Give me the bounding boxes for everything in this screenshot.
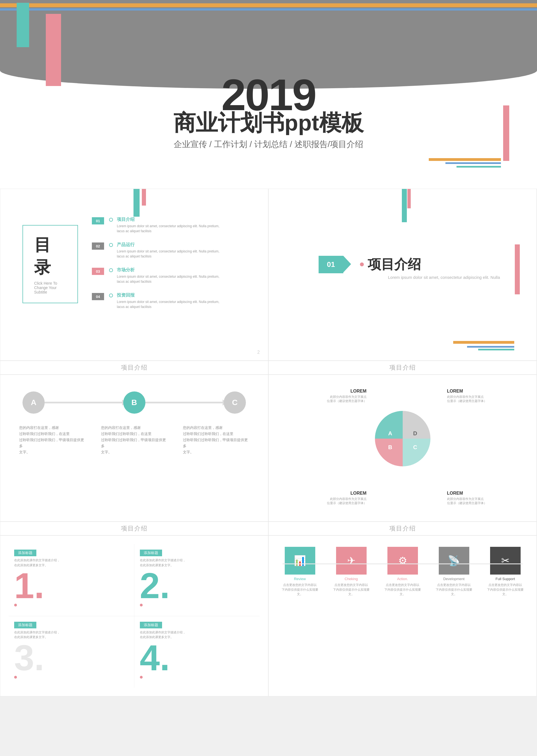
icon-box-action: ⚙ — [388, 547, 418, 575]
rect-teal — [17, 3, 29, 47]
number-dot-3 — [14, 676, 17, 679]
icon-desc-action: 点击更改您的文字内容以下内容仅供提示什么实现要文。 — [384, 582, 421, 596]
number-big-1: 1. — [14, 568, 44, 604]
icon-desc-cheking: 点击更改您的文字内容以下内容仅供提示什么实现要文。 — [333, 582, 370, 596]
toc-num-4: 04 — [92, 293, 104, 300]
cover-subtitle: 企业宣传 / 工作计划 / 计划总结 / 述职报告/项目介绍 — [174, 139, 363, 150]
pie-label-bottom-left: LOREM 此部分内容容作为文字展点位显示（建议使用主题字体） — [322, 491, 367, 505]
icon-label-action: Action. — [397, 577, 408, 581]
toc-item-2: 02 产品运行 Lorem ipsum dolor sit amet, cons… — [92, 242, 253, 259]
toc-item-title-1: 项目介绍 — [117, 217, 220, 222]
toc-title: 目录 — [34, 234, 66, 279]
toc-items: 01 项目介绍 Lorem ipsum dolor sit amet, cons… — [92, 217, 253, 318]
toc-dot-1 — [109, 218, 113, 222]
deco-bottom-blue — [467, 346, 514, 348]
number-card-1: 添加标题 在此添加此课作的文字描述介绍，在此添加此课更多文字。 1. — [9, 544, 134, 616]
pie-label-bottom-right: LOREM 此部分内容容作为文字展点位显示（建议使用主题字体） — [447, 491, 491, 505]
toc-item-1: 01 项目介绍 Lorem ipsum dolor sit amet, cons… — [92, 217, 253, 234]
svg-text:B: B — [388, 444, 392, 450]
icon-card-action: ⚙ Action. 点击更改您的文字内容以下内容仅供提示什么实现要文。 — [381, 547, 425, 596]
slides-row-3: A B C 您的内容打在这里，感谢过聆听我们过聆听我们，在这里过聆听我们过聆听我… — [0, 375, 537, 522]
section-badge-num: 01 — [327, 260, 335, 268]
toc-item-body-1: Lorem ipsum dolor sit amet, consectetur … — [117, 223, 220, 234]
arrow-1 — [45, 402, 123, 403]
slide-cover: 2019 商业计划书ppt模板 企业宣传 / 工作计划 / 计划总结 / 述职报… — [0, 0, 537, 189]
toc-item-body-4: Lorem ipsum dolor sit amet, consectetur … — [117, 299, 220, 309]
icon-card-support: ✂ Full Support 点击更改您的文字内容以下内容仅供提示什么实现要文。 — [483, 547, 527, 596]
number-tag-1: 添加标题 — [14, 550, 36, 556]
icon-box-support: ✂ — [490, 547, 520, 575]
toc-item-body-3: Lorem ipsum dolor sit amet, consectetur … — [117, 274, 220, 284]
deco-pink-bar — [142, 189, 146, 206]
process-text-b: 您的内容打在这里，感谢过聆听我们过聆听我们，在这里过聆听我们过聆听我们，甲级项目… — [101, 425, 168, 455]
section-title-4b-text: 项目介绍 — [390, 524, 416, 533]
slide-section-header: 01 项目介绍 Lorem ipsum dolor sit amet, cons… — [268, 189, 537, 361]
deco-stripe-blue — [445, 162, 501, 164]
section-title-4a-text: 项目介绍 — [121, 524, 147, 533]
icon-box-development: 📡 — [439, 547, 469, 575]
process-texts: 您的内容打在这里，感谢过聆听我们过聆听我们，在这里过聆听我们过聆听我们，甲级项目… — [11, 425, 257, 455]
pie-label-top-right: LOREM 此部分内容容作为文字展点位显示（建议使用主题字体） — [447, 389, 491, 403]
deco-right-pink — [503, 105, 509, 161]
toc-content-3: 市场分析 Lorem ipsum dolor sit amet, consect… — [117, 267, 220, 284]
number-big-4: 4. — [140, 640, 170, 676]
toc-num-3: 03 — [92, 268, 104, 275]
number-tag-2: 添加标题 — [140, 550, 162, 556]
toc-dot-4 — [109, 294, 113, 298]
number-dot-2 — [140, 604, 143, 607]
slide-pie: LOREM 此部分内容容作为文字展点位显示（建议使用主题字体） LOREM 此部… — [268, 375, 537, 522]
number-tag-4: 添加标题 — [140, 622, 162, 628]
svg-text:A: A — [388, 430, 392, 436]
section-titles-row-2: 项目介绍 项目介绍 — [0, 522, 537, 536]
svg-text:C: C — [413, 444, 417, 450]
icon-card-review: 📊 Review 点击更改您的文字内容以下内容仅供提示什么实现要文。 — [278, 547, 322, 596]
slides-row-2: 目录 Click Here To Change Your Subtitle 01… — [0, 189, 537, 361]
section-title-4b: 项目介绍 — [268, 522, 537, 536]
section-title-4a: 项目介绍 — [0, 522, 268, 536]
slide-process: A B C 您的内容打在这里，感谢过聆听我们过聆听我们，在这里过聆听我们过聆听我… — [0, 375, 268, 522]
toc-item-title-2: 产品运行 — [117, 242, 220, 248]
process-row: A B C — [22, 391, 246, 414]
pie-svg: A D B C — [369, 405, 436, 472]
section-title-text: 项目介绍 — [368, 256, 421, 273]
toc-dot-3 — [109, 268, 113, 272]
slide-toc: 目录 Click Here To Change Your Subtitle 01… — [0, 189, 268, 361]
section-dot — [360, 262, 364, 266]
process-text-a: 您的内容打在这里，感谢过聆听我们过聆听我们，在这里过聆听我们过聆听我们，甲级项目… — [19, 425, 86, 455]
toc-item-title-4: 投资回报 — [117, 293, 220, 298]
arrow-2 — [145, 402, 224, 403]
section-title-left: 项目介绍 — [0, 361, 268, 375]
icon-label-review: Review — [294, 577, 306, 581]
section-title-right: 项目介绍 — [268, 361, 537, 375]
toc-dot-2 — [109, 243, 113, 247]
pie-label-top-left: LOREM 此部分内容容作为文字展点位显示（建议使用主题字体） — [322, 389, 367, 403]
toc-subtitle: Click Here To Change Your Subtitle — [34, 281, 66, 294]
toc-left-box: 目录 Click Here To Change Your Subtitle — [22, 225, 78, 303]
number-dot-1 — [14, 604, 17, 607]
icon-desc-review: 点击更改您的文字内容以下内容仅供提示什么实现要文。 — [282, 582, 318, 596]
icon-label-cheking: Cheking — [345, 577, 358, 581]
toc-item-body-2: Lorem ipsum dolor sit amet, consectetur … — [117, 249, 220, 259]
icon-label-development: Development — [443, 577, 465, 581]
cover-title: 商业计划书ppt模板 — [174, 108, 363, 138]
number-dot-4 — [140, 676, 143, 679]
toc-item-title-3: 市场分析 — [117, 267, 220, 273]
icons-row: 📊 Review 点击更改您的文字内容以下内容仅供提示什么实现要文。 ✈ Che… — [274, 547, 531, 596]
section-desc: Lorem ipsum dolor sit amet, consectetur … — [388, 275, 500, 280]
number-card-2: 添加标题 在此添加此课作的文字描述介绍，在此添加此课更多文字。 2. — [134, 544, 260, 616]
stripe-blue — [0, 8, 537, 11]
slides-row-4: 添加标题 在此添加此课作的文字描述介绍，在此添加此课更多文字。 1. 添加标题 … — [0, 536, 537, 696]
slide-numbers: 添加标题 在此添加此课作的文字描述介绍，在此添加此课更多文字。 1. 添加标题 … — [0, 536, 268, 696]
number-big-3: 3. — [14, 640, 44, 676]
toc-item-3: 03 市场分析 Lorem ipsum dolor sit amet, cons… — [92, 267, 253, 284]
connector-line — [282, 564, 522, 564]
section-title-right-text: 项目介绍 — [390, 363, 416, 372]
svg-text:D: D — [413, 430, 417, 436]
icon-desc-support: 点击更改您的文字内容以下内容仅供提示什么实现要文。 — [487, 582, 524, 596]
numbers-grid: 添加标题 在此添加此课作的文字描述介绍，在此添加此课更多文字。 1. 添加标题 … — [9, 544, 260, 688]
section-badge: 01 — [318, 256, 343, 273]
icon-card-development: 📡 Development 点击更改您的文字内容以下内容仅供提示什么实现要文。 — [432, 547, 476, 596]
circle-a: A — [22, 391, 45, 414]
slide-icons: 📊 Review 点击更改您的文字内容以下内容仅供提示什么实现要文。 ✈ Che… — [268, 536, 537, 696]
number-card-3: 添加标题 在此添加此课作的文字描述介绍，在此添加此课更多文字。 3. — [9, 616, 134, 688]
